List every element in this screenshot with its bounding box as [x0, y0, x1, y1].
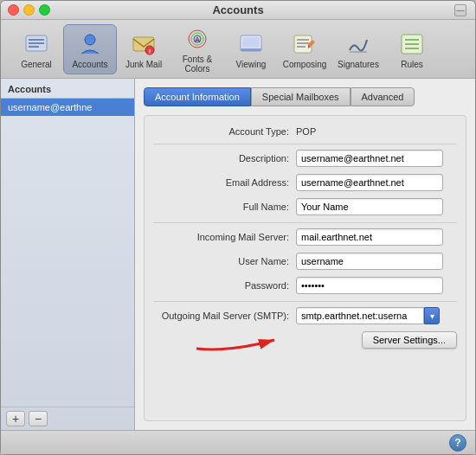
minimize-button[interactable]	[23, 4, 35, 16]
general-icon	[23, 30, 50, 58]
help-button[interactable]: ?	[449, 434, 466, 452]
tab-special-mailboxes[interactable]: Special Mailboxes	[251, 87, 351, 106]
fullname-input[interactable]	[296, 198, 443, 215]
svg-rect-13	[242, 37, 260, 48]
svg-rect-14	[241, 48, 261, 51]
incoming-server-label: Incoming Mail Server:	[153, 232, 296, 242]
server-settings-button[interactable]: Server Settings...	[362, 331, 457, 349]
sidebar: Accounts username@earthne + −	[1, 79, 135, 430]
viewing-icon	[237, 30, 265, 58]
password-row: Password:	[153, 277, 457, 294]
accounts-icon	[76, 30, 104, 58]
maximize-button[interactable]	[39, 4, 50, 16]
password-input[interactable]	[296, 277, 443, 294]
rules-icon	[398, 30, 426, 58]
sidebar-list: username@earthne	[1, 99, 134, 407]
smtp-row: Outgoing Mail Server (SMTP):	[153, 307, 457, 324]
toolbar-item-accounts[interactable]: Accounts	[63, 24, 117, 74]
tab-account-information[interactable]: Account Information	[144, 87, 251, 106]
description-input[interactable]	[296, 150, 443, 167]
window-zoom-button[interactable]: —	[454, 4, 466, 16]
tab-advanced[interactable]: Advanced	[351, 87, 415, 106]
junk-mail-label: Junk Mail	[125, 60, 162, 69]
title-bar: Accounts —	[1, 1, 475, 20]
description-label: Description:	[153, 153, 296, 163]
fullname-row: Full Name:	[153, 198, 457, 215]
svg-rect-3	[29, 46, 39, 48]
username-input[interactable]	[296, 253, 443, 270]
incoming-server-row: Incoming Mail Server:	[153, 228, 457, 246]
rules-label: Rules	[401, 60, 423, 69]
main-panel: Account Information Special Mailboxes Ad…	[135, 79, 475, 430]
fonts-colors-label: Fonts & Colors	[172, 54, 222, 74]
add-account-button[interactable]: +	[6, 411, 25, 426]
general-label: General	[21, 60, 52, 69]
email-input[interactable]	[296, 174, 443, 191]
toolbar-item-junk-mail[interactable]: ! Junk Mail	[117, 24, 170, 74]
arrow-annotation	[188, 324, 300, 358]
divider-3	[153, 301, 457, 302]
toolbar-item-viewing[interactable]: Viewing	[224, 24, 278, 74]
toolbar-item-general[interactable]: General	[10, 24, 63, 74]
fullname-label: Full Name:	[153, 202, 296, 212]
sidebar-footer: + −	[1, 407, 134, 430]
sidebar-item-account[interactable]: username@earthne	[1, 99, 134, 116]
smtp-label: Outgoing Mail Server (SMTP):	[153, 311, 296, 321]
window-title: Accounts	[212, 3, 263, 16]
accounts-label: Accounts	[72, 60, 107, 69]
composing-label: Composing	[283, 60, 327, 69]
smtp-input[interactable]	[296, 307, 424, 324]
username-label: User Name:	[153, 256, 296, 266]
signatures-icon	[344, 30, 372, 58]
toolbar-item-signatures[interactable]: Signatures	[331, 24, 385, 74]
toolbar-item-composing[interactable]: Composing	[278, 24, 331, 74]
toolbar-item-fonts-colors[interactable]: A Fonts & Colors	[170, 24, 224, 74]
junk-mail-icon: !	[130, 30, 158, 58]
divider-1	[153, 144, 457, 144]
svg-point-4	[85, 35, 95, 45]
divider-2	[153, 222, 457, 223]
svg-text:!: !	[149, 48, 151, 55]
viewing-label: Viewing	[236, 60, 267, 69]
sidebar-header: Accounts	[1, 79, 134, 99]
incoming-server-input[interactable]	[296, 228, 443, 246]
traffic-lights	[8, 4, 50, 16]
email-row: Email Address:	[153, 174, 457, 191]
signatures-label: Signatures	[338, 60, 379, 69]
remove-account-button[interactable]: −	[29, 411, 48, 426]
composing-icon	[291, 30, 318, 58]
account-type-value: POP	[296, 126, 316, 137]
toolbar-item-rules[interactable]: Rules	[385, 24, 439, 74]
account-type-row: Account Type: POP	[153, 126, 457, 137]
smtp-container	[296, 307, 440, 324]
content-area: Accounts username@earthne + − Account In…	[1, 79, 475, 430]
svg-rect-2	[29, 42, 44, 44]
fonts-colors-icon: A	[183, 27, 211, 53]
server-settings-row: Server Settings...	[153, 331, 457, 349]
form-panel: Account Type: POP Description: Email Add…	[144, 115, 466, 421]
close-button[interactable]	[8, 4, 19, 16]
smtp-dropdown-button[interactable]	[424, 307, 440, 324]
bottom-bar: ?	[1, 430, 475, 454]
tabs-bar: Account Information Special Mailboxes Ad…	[144, 87, 466, 106]
username-row: User Name:	[153, 253, 457, 270]
password-label: Password:	[153, 280, 296, 291]
main-window: Accounts — General	[0, 0, 476, 455]
toolbar: General Accounts ! Junk Mail	[1, 20, 475, 79]
svg-text:A: A	[195, 35, 201, 44]
email-label: Email Address:	[153, 177, 296, 188]
account-type-label: Account Type:	[153, 126, 296, 137]
description-row: Description:	[153, 150, 457, 167]
svg-rect-1	[29, 39, 44, 41]
